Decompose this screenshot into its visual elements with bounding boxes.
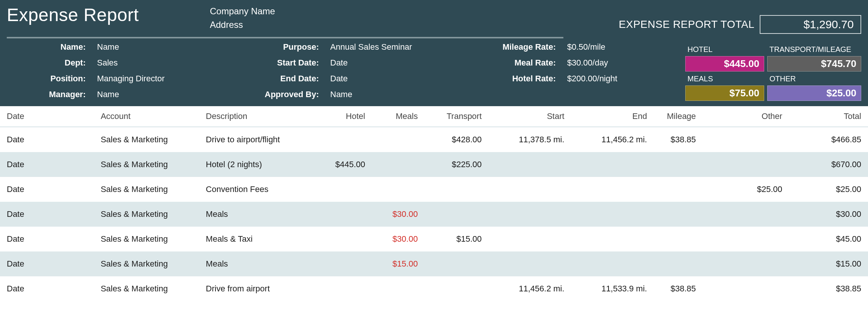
cell-other [703, 251, 789, 276]
cell-date: Date [0, 127, 94, 152]
company-address: Address [210, 18, 619, 32]
table-row: DateSales & MarketingHotel (2 nights)$44… [0, 152, 868, 177]
col-start: Start [489, 106, 571, 127]
cell-end [571, 152, 654, 177]
cell-account: Sales & Marketing [94, 177, 199, 202]
col-end: End [571, 106, 654, 127]
total-value: $1,290.70 [760, 15, 861, 34]
cell-description: Drive from airport [199, 276, 316, 301]
cell-description: Meals & Taxi [199, 227, 316, 251]
col-other: Other [703, 106, 789, 127]
approved-value: Name [330, 90, 462, 99]
cell-end: 11,533.9 mi. [571, 276, 654, 301]
cell-other [703, 152, 789, 177]
cell-hotel [316, 127, 372, 152]
cat-transport-value: $745.70 [767, 56, 861, 72]
approved-label: Approved By: [221, 90, 319, 99]
cell-start: 11,456.2 mi. [489, 276, 571, 301]
cell-mileage: $38.85 [654, 127, 703, 152]
cell-account: Sales & Marketing [94, 251, 199, 276]
cell-transport: $225.00 [425, 152, 489, 177]
cell-description: Meals [199, 251, 316, 276]
cell-transport: $15.00 [425, 227, 489, 251]
cell-total: $25.00 [789, 177, 868, 202]
dept-value: Sales [97, 58, 221, 68]
cell-mileage [654, 202, 703, 227]
manager-label: Manager: [7, 90, 86, 99]
cat-transport-label: TRANSPORT/MILEAGE [767, 44, 861, 54]
cell-other [703, 202, 789, 227]
cell-start [489, 251, 571, 276]
category-totals: HOTEL TRANSPORT/MILEAGE $445.00 $745.70 … [685, 44, 861, 101]
meal-rate-value: $30.00/day [567, 58, 665, 68]
cell-end [571, 177, 654, 202]
cell-total: $38.85 [789, 276, 868, 301]
cell-hotel [316, 276, 372, 301]
meal-rate-label: Meal Rate: [462, 58, 556, 68]
table-row: DateSales & MarketingDrive to airport/fl… [0, 127, 868, 152]
cell-meals [372, 127, 425, 152]
cell-hotel [316, 177, 372, 202]
cell-end [571, 202, 654, 227]
cell-mileage [654, 227, 703, 251]
col-account: Account [94, 106, 199, 127]
cell-meals: $15.00 [372, 251, 425, 276]
cell-description: Drive to airport/flight [199, 127, 316, 152]
col-mileage: Mileage [654, 106, 703, 127]
cell-other [703, 276, 789, 301]
cell-mileage: $38.85 [654, 276, 703, 301]
table-row: DateSales & MarketingDrive from airport1… [0, 276, 868, 301]
cell-date: Date [0, 177, 94, 202]
col-meals: Meals [372, 106, 425, 127]
company-name: Company Name [210, 5, 619, 18]
mileage-rate-value: $0.50/mile [567, 42, 665, 52]
cell-total: $15.00 [789, 251, 868, 276]
col-description: Description [199, 106, 316, 127]
cat-hotel-value: $445.00 [685, 56, 764, 72]
divider [7, 37, 563, 38]
cell-hotel [316, 202, 372, 227]
cell-end: 11,456.2 mi. [571, 127, 654, 152]
purpose-value: Annual Sales Seminar [330, 42, 462, 52]
table-header-row: Date Account Description Hotel Meals Tra… [0, 106, 868, 127]
cell-meals [372, 177, 425, 202]
cell-start [489, 227, 571, 251]
purpose-label: Purpose: [221, 42, 319, 52]
col-hotel: Hotel [316, 106, 372, 127]
cell-other: $25.00 [703, 177, 789, 202]
cell-hotel: $445.00 [316, 152, 372, 177]
cell-start [489, 152, 571, 177]
page-title: Expense Report [7, 5, 210, 25]
position-label: Position: [7, 74, 86, 84]
cat-other-label: OTHER [767, 74, 861, 83]
manager-value: Name [97, 90, 221, 99]
table-row: DateSales & MarketingMeals$30.00$30.00 [0, 202, 868, 227]
table-row: DateSales & MarketingMeals$15.00$15.00 [0, 251, 868, 276]
col-date: Date [0, 106, 94, 127]
cell-date: Date [0, 276, 94, 301]
cell-other [703, 227, 789, 251]
start-date-label: Start Date: [221, 58, 319, 68]
cell-other [703, 127, 789, 152]
col-total: Total [789, 106, 868, 127]
cell-account: Sales & Marketing [94, 276, 199, 301]
expense-table: Date Account Description Hotel Meals Tra… [0, 106, 868, 301]
cell-account: Sales & Marketing [94, 152, 199, 177]
mileage-rate-label: Mileage Rate: [462, 42, 556, 52]
report-total: EXPENSE REPORT TOTAL $1,290.70 [619, 5, 861, 34]
position-value: Managing Director [97, 74, 221, 84]
cell-total: $466.85 [789, 127, 868, 152]
name-label: Name: [7, 42, 86, 52]
col-transport: Transport [425, 106, 489, 127]
company-block: Company Name Address [210, 5, 619, 32]
start-date-value: Date [330, 58, 462, 68]
cell-mileage [654, 177, 703, 202]
hotel-rate-value: $200.00/night [567, 74, 665, 84]
dept-label: Dept: [7, 58, 86, 68]
cell-transport [425, 251, 489, 276]
cell-start [489, 202, 571, 227]
cell-hotel [316, 227, 372, 251]
cell-date: Date [0, 251, 94, 276]
cat-meals-label: MEALS [685, 74, 764, 83]
cell-transport [425, 276, 489, 301]
